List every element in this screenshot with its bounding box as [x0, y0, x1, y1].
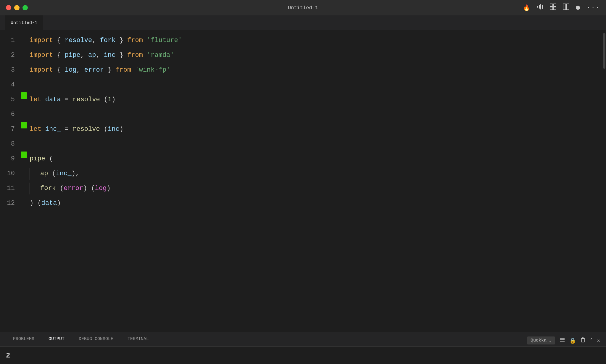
flame-icon[interactable]: 🔥	[523, 4, 530, 12]
token: ,	[80, 48, 88, 63]
token: inc	[108, 122, 120, 137]
token: fork	[40, 181, 56, 196]
token	[41, 122, 45, 137]
code-line-8	[30, 137, 602, 152]
token	[143, 48, 147, 63]
svg-rect-7	[553, 7, 556, 10]
minimize-button[interactable]	[14, 5, 20, 10]
close-button[interactable]	[6, 5, 11, 10]
token: from	[127, 33, 143, 48]
tab-terminal[interactable]: TERMINAL	[120, 332, 156, 346]
token: )	[112, 92, 115, 107]
tab-bar: Untitled-1	[0, 15, 606, 30]
output-dropdown[interactable]: Quokka ⌄	[527, 336, 555, 344]
token: log	[65, 63, 77, 78]
tab-output[interactable]: OUTPUT	[41, 332, 72, 346]
token: 'ramda'	[147, 48, 174, 63]
token: 'wink-fp'	[135, 63, 170, 78]
token: ,	[96, 48, 104, 63]
tab-debug-console[interactable]: DEBUG CONSOLE	[72, 332, 120, 346]
code-line-1: import { resolve, fork } from 'fluture'	[30, 33, 602, 48]
token: ap	[40, 166, 48, 181]
token: }	[115, 33, 127, 48]
chevron-up-icon[interactable]: ˄	[590, 337, 593, 344]
token: error	[64, 181, 83, 196]
split-icon[interactable]	[563, 4, 569, 12]
token: {	[53, 63, 65, 78]
token: 'fluture'	[147, 33, 182, 48]
tab-problems-label: PROBLEMS	[13, 336, 34, 342]
scrollbar-track[interactable]	[602, 30, 606, 332]
scrollbar-thumb[interactable]	[603, 33, 605, 69]
token: ),	[72, 166, 79, 181]
trash-icon[interactable]	[580, 337, 586, 344]
bottom-panel: PROBLEMS OUTPUT DEBUG CONSOLE TERMINAL Q…	[0, 332, 606, 364]
code-line-10: ap (inc_),	[30, 166, 602, 181]
token: resolve	[72, 92, 100, 107]
token	[41, 92, 45, 107]
token: (	[56, 181, 64, 196]
code-line-11: fork (error) (log)	[30, 181, 602, 196]
breakpoint-7[interactable]	[21, 122, 27, 128]
close-panel-icon[interactable]: ✕	[597, 337, 600, 344]
line-num-1: 1	[0, 33, 15, 48]
token: }	[104, 63, 116, 78]
tab-untitled-1[interactable]: Untitled-1	[5, 15, 43, 30]
maximize-button[interactable]	[22, 5, 28, 10]
panel-content: 2	[0, 347, 606, 364]
line-num-7: 7	[0, 122, 15, 137]
token: resolve	[65, 33, 92, 48]
svg-rect-8	[563, 4, 566, 10]
broadcast-icon[interactable]	[537, 4, 543, 12]
code-line-5: let data = resolve (1)	[30, 92, 602, 107]
token: import	[30, 33, 53, 48]
svg-rect-2	[540, 4, 541, 9]
line-numbers: 1 2 3 4 5 6 7 8 9 10 11 12	[0, 30, 21, 332]
token: (	[100, 92, 108, 107]
line-num-10: 10	[0, 166, 15, 181]
token: (	[48, 166, 56, 181]
code-line-12: ) (data)	[30, 196, 602, 211]
token: )	[120, 122, 123, 137]
layout-icon[interactable]	[550, 4, 556, 12]
token: inc_	[56, 166, 72, 181]
token: import	[30, 48, 53, 63]
token: import	[30, 63, 53, 78]
token: from	[115, 63, 131, 78]
token: pipe	[30, 152, 45, 166]
token: from	[127, 48, 143, 63]
token: =	[61, 122, 73, 137]
svg-rect-1	[539, 5, 540, 9]
more-icon[interactable]: ···	[586, 4, 600, 12]
lock-icon[interactable]: 🔒	[569, 337, 576, 344]
svg-rect-4	[550, 4, 553, 7]
token: inc_	[45, 122, 61, 137]
token	[131, 63, 135, 78]
token: {	[53, 33, 65, 48]
tab-problems[interactable]: PROBLEMS	[6, 332, 41, 346]
breakpoint-5[interactable]	[21, 92, 27, 99]
breakpoint-9[interactable]	[21, 152, 27, 158]
tab-terminal-label: TERMINAL	[128, 336, 149, 342]
token: {	[53, 48, 65, 63]
token: 1	[108, 92, 112, 107]
tab-label: Untitled-1	[11, 20, 37, 25]
code-line-9: pipe (	[30, 152, 602, 166]
tab-debug-label: DEBUG CONSOLE	[79, 336, 113, 342]
gutter	[21, 30, 30, 332]
list-filter-icon[interactable]	[559, 337, 565, 344]
token: =	[61, 92, 73, 107]
dot-indicator	[576, 6, 580, 10]
editor-container: 1 2 3 4 5 6 7 8 9 10 11 12	[0, 30, 606, 332]
token: ) (	[83, 181, 95, 196]
token: fork	[100, 33, 116, 48]
line-num-4: 4	[0, 78, 15, 92]
svg-rect-3	[542, 5, 543, 9]
line-num-5: 5	[0, 92, 15, 107]
svg-rect-13	[581, 339, 584, 342]
token: inc	[104, 48, 116, 63]
code-editor[interactable]: import { resolve, fork } from 'fluture' …	[30, 30, 602, 332]
output-value: 2	[6, 352, 10, 360]
token: let	[30, 122, 41, 137]
code-line-4	[30, 78, 602, 92]
